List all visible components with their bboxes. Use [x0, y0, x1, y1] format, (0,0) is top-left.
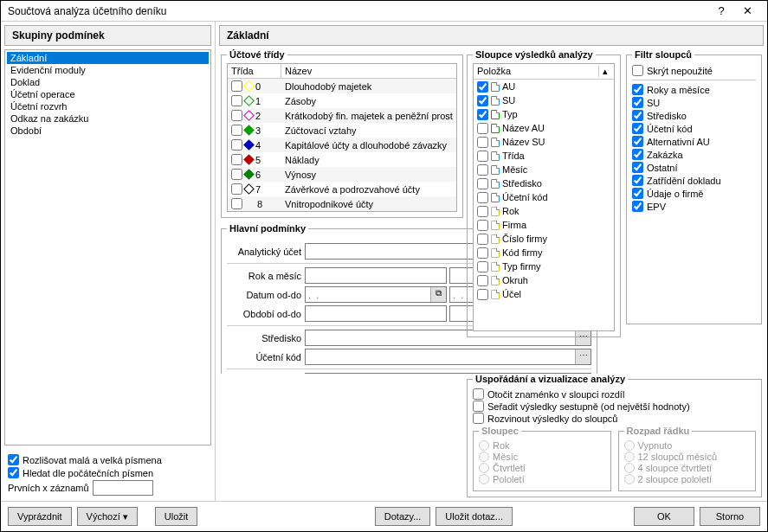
- first-label: Prvních x záznamů: [8, 483, 89, 493]
- datum-od[interactable]: [306, 287, 430, 302]
- filtr-checkbox[interactable]: Zatřídění dokladu: [632, 175, 756, 186]
- diamond-icon: [243, 183, 255, 195]
- diamond-icon: [243, 154, 255, 165]
- window-title: Součtová analýza účetního deníku: [8, 5, 708, 17]
- obdobi-od[interactable]: [306, 306, 446, 321]
- sloupec-row[interactable]: Účel: [474, 287, 614, 301]
- file-icon: [491, 248, 500, 258]
- trida-row[interactable]: 0Dlouhodobý majetek: [228, 79, 456, 93]
- sloupec-row[interactable]: Okruh: [474, 273, 614, 287]
- sloupec-row[interactable]: Měsíc: [474, 163, 614, 176]
- radio-option: Čtvrtletí: [479, 463, 605, 473]
- radio-option: Vypnuto: [624, 440, 751, 451]
- sloupec-row[interactable]: SU: [474, 93, 614, 107]
- sloupec-row[interactable]: Třída: [474, 149, 614, 163]
- help-button[interactable]: ?: [708, 4, 734, 17]
- sloupec-row[interactable]: Název SU: [474, 135, 614, 149]
- trida-row[interactable]: 7Závěrkové a podrozvahové účty: [228, 182, 456, 196]
- filtr-checkbox[interactable]: Středisko: [632, 110, 756, 121]
- sloupec-row[interactable]: Účetní kód: [474, 190, 614, 204]
- vis-fieldset: Uspořádání a vizualizace analýzy Otočit …: [467, 374, 762, 497]
- radio-option: 2 sloupce pololetí: [624, 474, 751, 484]
- trida-row[interactable]: 2Krátkodobý fin. majetek a peněžní prost: [228, 108, 456, 123]
- trida-row[interactable]: 3Zúčtovací vztahy: [228, 123, 456, 138]
- sloupec-fieldset: SloupecRokMěsícČtvrtletíPololetí: [473, 426, 611, 491]
- first-input[interactable]: [93, 480, 153, 496]
- file-icon: [491, 221, 500, 230]
- filtr-checkbox[interactable]: Skrýt nepoužité: [632, 65, 756, 76]
- sloupec-row[interactable]: Číslo firmy: [474, 232, 614, 246]
- close-button[interactable]: ✕: [734, 4, 760, 17]
- trida-row[interactable]: 5Náklady: [228, 152, 456, 167]
- trida-row[interactable]: 4Kapitálové účty a dlouhodobé závazky: [228, 138, 456, 152]
- sloupec-row[interactable]: Kód firmy: [474, 246, 614, 260]
- datum-od-cal[interactable]: ⧉: [430, 287, 446, 302]
- group-item[interactable]: Základní: [7, 52, 209, 64]
- file-icon: [491, 151, 500, 161]
- filtr-checkbox[interactable]: Ostatní: [632, 162, 756, 173]
- filtr-checkbox[interactable]: SU: [632, 97, 756, 108]
- radio-option: Měsíc: [479, 452, 605, 462]
- col-up-icon[interactable]: ▴: [598, 66, 610, 77]
- diamond-icon: [243, 169, 255, 180]
- sloupce-fieldset: Sloupce výsledků analýzy Položka▴ AUSUTy…: [467, 49, 621, 337]
- group-item[interactable]: Účetní rozvrh: [7, 100, 209, 112]
- rok-input[interactable]: [306, 268, 446, 283]
- queries-button[interactable]: Dotazy...: [375, 507, 431, 526]
- filtr-fieldset: Filtr sloupců Skrýt nepoužitéRoky a měsí…: [626, 49, 762, 324]
- group-item[interactable]: Odkaz na zakázku: [7, 112, 209, 125]
- case-checkbox[interactable]: Rozlišovat malá a velká písmena: [8, 454, 208, 465]
- default-button[interactable]: Výchozí ▾: [77, 507, 138, 526]
- group-item[interactable]: Evidenční moduly: [7, 64, 209, 76]
- file-icon: [491, 276, 500, 285]
- savequery-button[interactable]: Uložit dotaz...: [436, 507, 513, 526]
- file-icon: [491, 165, 500, 175]
- vis-checkbox[interactable]: Seřadit výsledky sestupně (od největší h…: [473, 401, 756, 412]
- filtr-checkbox[interactable]: EPV: [632, 201, 756, 212]
- sloupec-row[interactable]: Název AU: [474, 121, 614, 135]
- filtr-checkbox[interactable]: Zakázka: [632, 149, 756, 160]
- sloupec-row[interactable]: Firma: [474, 218, 614, 232]
- sloupec-row[interactable]: Typ: [474, 107, 614, 121]
- ok-button[interactable]: OK: [634, 507, 694, 526]
- filtr-checkbox[interactable]: Roky a měsíce: [632, 84, 756, 95]
- file-icon: [491, 193, 500, 202]
- trida-row[interactable]: 1Zásoby: [228, 93, 456, 108]
- sloupec-row[interactable]: Středisko: [474, 176, 614, 190]
- radio-option: Pololetí: [479, 474, 605, 484]
- sloupec-row[interactable]: Typ firmy: [474, 260, 614, 273]
- cancel-button[interactable]: Storno: [700, 507, 760, 526]
- group-item[interactable]: Doklad: [7, 76, 209, 88]
- file-icon: [491, 179, 500, 189]
- file-icon: [491, 262, 500, 272]
- sloupec-row[interactable]: AU: [474, 80, 614, 93]
- radio-option: 12 sloupců měsíců: [624, 452, 751, 462]
- group-item[interactable]: Období: [7, 125, 209, 137]
- main-header: Základní: [219, 25, 764, 46]
- diamond-icon: [243, 139, 255, 151]
- radio-option: 4 sloupce čtvrtletí: [624, 463, 751, 473]
- file-icon: [491, 234, 500, 244]
- file-icon: [491, 96, 500, 106]
- radio-option: Rok: [479, 440, 605, 451]
- sloupec-row[interactable]: Rok: [474, 204, 614, 218]
- filtr-checkbox[interactable]: Alternativní AU: [632, 136, 756, 147]
- group-item[interactable]: Účetní operace: [7, 88, 209, 100]
- tridy-fieldset: Účtové třídy Třída Název 0Dlouhodobý maj…: [221, 49, 463, 218]
- groups-list[interactable]: ZákladníEvidenční modulyDokladÚčetní ope…: [4, 49, 211, 445]
- diamond-icon: [243, 95, 255, 106]
- rozpad-fieldset: Rozpad řádkuVypnuto12 sloupců měsíců4 sl…: [618, 426, 757, 491]
- vis-checkbox[interactable]: Otočit znaménko v sloupci rozdíl: [473, 388, 756, 400]
- filtr-checkbox[interactable]: Údaje o firmě: [632, 188, 756, 199]
- empty-button[interactable]: Vyprázdnit: [8, 507, 72, 526]
- save-button[interactable]: Uložit: [155, 507, 198, 526]
- prefix-checkbox[interactable]: Hledat dle počátečních písmen: [8, 467, 208, 478]
- file-icon: [491, 207, 500, 216]
- trida-row[interactable]: 8Vnitropodnikové účty: [228, 196, 456, 211]
- sloupce-list[interactable]: AUSUTypNázev AUNázev SUTřídaMěsícStředis…: [474, 80, 614, 330]
- file-icon: [491, 124, 500, 133]
- vis-checkbox[interactable]: Rozvinout výsledky do sloupců: [473, 413, 756, 424]
- trida-row[interactable]: 6Výnosy: [228, 167, 456, 182]
- file-icon: [491, 138, 500, 147]
- filtr-checkbox[interactable]: Účetní kód: [632, 123, 756, 134]
